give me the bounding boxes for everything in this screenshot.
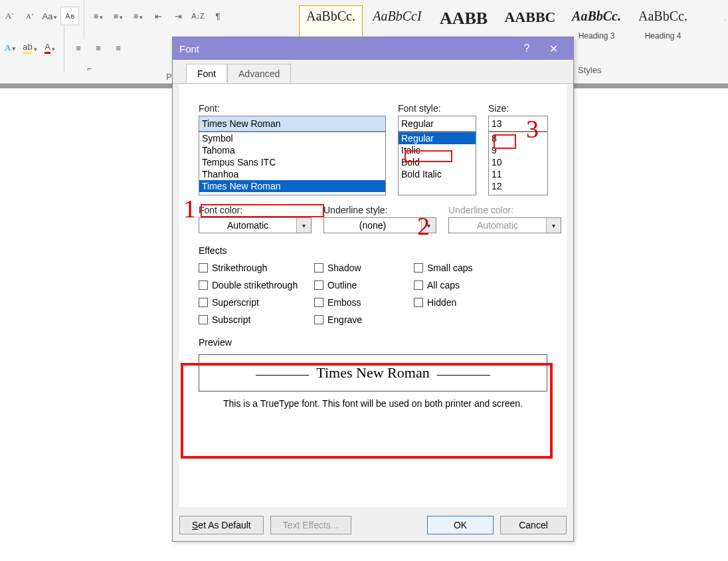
chk-hidden[interactable]: Hidden: [414, 297, 507, 308]
bullets-button[interactable]: ≡: [89, 7, 108, 25]
font-label: Font:: [199, 103, 386, 114]
chevron-down-icon: ▾: [546, 218, 561, 233]
size-list-item[interactable]: 10: [489, 156, 547, 168]
chk-emboss[interactable]: Emboss: [314, 297, 414, 308]
numbering-button[interactable]: ≡: [109, 7, 128, 25]
font-color-button[interactable]: A: [41, 39, 59, 57]
chk-strikethrough[interactable]: Strikethrough: [199, 263, 314, 273]
increase-indent-button[interactable]: ⇥: [169, 7, 187, 25]
underline-style-combo[interactable]: (none)▾: [323, 217, 436, 233]
chk-outline[interactable]: Outline: [314, 280, 414, 290]
font-list-item[interactable]: Symbol: [199, 132, 385, 144]
size-list-item[interactable]: 11: [489, 168, 547, 180]
ok-button[interactable]: OK: [427, 516, 494, 534]
multilevel-list-button[interactable]: ≡: [129, 7, 147, 25]
preview-label: Preview: [199, 337, 547, 348]
underline-style-label: Underline style:: [323, 205, 436, 215]
tab-font[interactable]: Font: [186, 64, 227, 83]
show-hide-button[interactable]: ¶: [209, 7, 227, 25]
dialog-title: Font: [179, 43, 513, 55]
font-dialog: Font ? ✕ Font Advanced Font: Symbol Taho…: [172, 37, 574, 542]
font-style-listbox[interactable]: Regular Italic Bold Bold Italic: [398, 132, 476, 195]
style-list-item[interactable]: Bold: [399, 156, 476, 168]
font-list-item[interactable]: Tempus Sans ITC: [199, 156, 385, 168]
dialog-launcher-icon[interactable]: ⌐: [12, 64, 92, 73]
sort-button[interactable]: A↓Z: [189, 7, 207, 25]
align-left-button[interactable]: ≡: [69, 39, 88, 57]
chevron-down-icon: ▾: [421, 218, 436, 233]
chk-shadow[interactable]: Shadow: [314, 263, 414, 273]
align-center-button[interactable]: ≡: [89, 39, 108, 57]
chk-subscript[interactable]: Subscript: [199, 314, 314, 325]
decrease-indent-button[interactable]: ⇤: [149, 7, 167, 25]
style-list-item[interactable]: Italic: [399, 144, 476, 156]
preview-note: This is a TrueType font. This font will …: [199, 398, 547, 409]
font-color-label: Font color:: [199, 205, 312, 215]
size-list-item[interactable]: 12: [489, 180, 547, 192]
clear-formatting-button[interactable]: Aʙ: [60, 7, 79, 25]
align-right-button[interactable]: ≡: [109, 39, 128, 57]
style-gallery-item[interactable]: A: [697, 5, 725, 52]
size-list-item[interactable]: 9: [489, 144, 547, 156]
chk-superscript[interactable]: Superscript: [199, 297, 314, 308]
style-list-item[interactable]: Bold Italic: [399, 168, 476, 180]
styles-group-label: Styles: [578, 65, 601, 75]
preview-text: Times New Roman: [316, 364, 429, 381]
preview-box: Times New Roman: [199, 354, 547, 392]
cancel-button[interactable]: Cancel: [500, 516, 567, 534]
style-gallery-item[interactable]: AaBbCc. Heading 3: [565, 5, 628, 52]
size-list-item[interactable]: 8: [489, 132, 547, 144]
font-style-label: Font style:: [398, 103, 476, 114]
text-effects-button[interactable]: A: [1, 39, 19, 57]
font-style-input[interactable]: [398, 116, 476, 132]
effects-label: Effects: [199, 245, 547, 256]
font-listbox[interactable]: Symbol Tahoma Tempus Sans ITC Thanhoa Ti…: [199, 132, 386, 195]
font-size-input[interactable]: [488, 116, 548, 132]
highlight-button[interactable]: ab: [21, 39, 39, 57]
close-button[interactable]: ✕: [540, 39, 567, 58]
font-color-combo[interactable]: Automatic▾: [199, 217, 312, 233]
set-default-button[interactable]: Set As Default: [179, 516, 264, 534]
tabpage-font: Font: Symbol Tahoma Tempus Sans ITC Than…: [178, 84, 568, 508]
font-size-listbox[interactable]: 8 9 10 11 12: [488, 132, 548, 195]
tab-advanced[interactable]: Advanced: [227, 64, 291, 83]
help-button[interactable]: ?: [513, 39, 540, 58]
chk-engrave[interactable]: Engrave: [314, 314, 414, 325]
chk-all-caps[interactable]: All caps: [414, 280, 507, 290]
font-input[interactable]: [199, 116, 386, 132]
dialog-titlebar: Font ? ✕: [173, 37, 573, 60]
shrink-font-button[interactable]: A˅: [21, 7, 39, 25]
style-list-item[interactable]: Regular: [399, 132, 476, 144]
change-case-button[interactable]: Aa: [41, 7, 59, 25]
group-label-truncated: P: [166, 72, 172, 82]
font-list-item[interactable]: Times New Roman: [199, 180, 385, 192]
font-list-item[interactable]: Tahoma: [199, 144, 385, 156]
font-list-item[interactable]: Thanhoa: [199, 168, 385, 180]
underline-color-combo: Automatic▾: [448, 217, 561, 233]
dialog-footer: Set As Default Text Effects... OK Cancel: [179, 516, 567, 534]
style-gallery-item[interactable]: AaBbCc. Heading 4: [631, 5, 695, 52]
ribbon-separator: [84, 1, 84, 39]
underline-color-label: Underline color:: [448, 205, 561, 215]
text-effects-button: Text Effects...: [270, 516, 351, 534]
chk-small-caps[interactable]: Small caps: [414, 263, 507, 273]
chevron-down-icon: ▾: [296, 218, 311, 233]
font-size-label: Size:: [488, 103, 548, 114]
grow-font-button[interactable]: A˄: [1, 7, 19, 25]
dialog-tabstrip: Font Advanced: [173, 64, 573, 84]
chk-dbl-strikethrough[interactable]: Double strikethrough: [199, 280, 314, 290]
